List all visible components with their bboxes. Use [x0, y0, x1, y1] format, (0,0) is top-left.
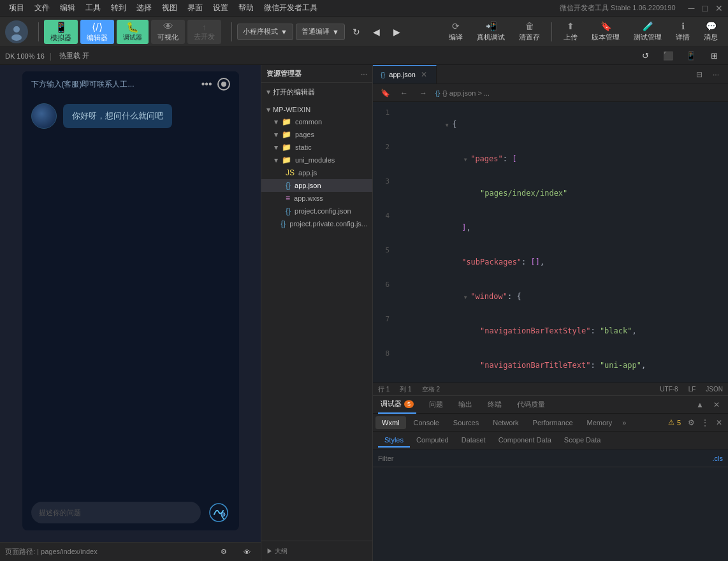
tab-appjson[interactable]: {} app.json ✕	[373, 65, 437, 84]
panel-chevron-up-btn[interactable]: ▲	[694, 398, 706, 411]
compile-btn[interactable]: ⟳ 编译	[444, 20, 468, 44]
menu-project[interactable]: 项目	[5, 1, 28, 15]
mp-weixin-header[interactable]: ▶ MP-WEIXIN	[261, 104, 372, 115]
sub-refresh-btn[interactable]: ↺	[636, 47, 654, 65]
styles-tab-dataset[interactable]: Dataset	[455, 433, 492, 448]
chat-input[interactable]: 描述你的问题	[31, 502, 201, 523]
open-editors-header[interactable]: ▶ 打开的编辑器	[261, 85, 372, 99]
chevron-down-icon-2: ▼	[332, 28, 339, 36]
styles-tab-styles[interactable]: Styles	[378, 433, 410, 448]
file-panel-more-icon[interactable]: ···	[361, 69, 367, 78]
message-btn[interactable]: 💬 消息	[699, 20, 723, 44]
preview-btn[interactable]: 👁 可视化	[151, 20, 185, 44]
nav-back-btn[interactable]: ←	[397, 86, 411, 100]
debug-btn[interactable]: 🐛 调试器	[117, 20, 149, 44]
editor-tab-controls: ⊟ ···	[687, 65, 728, 84]
upload-btn[interactable]: ⬆ 上传	[558, 20, 583, 44]
more-tabs-btn[interactable]: ···	[709, 68, 723, 82]
styles-tab-scope-data[interactable]: Scope Data	[558, 433, 607, 448]
sub-phone-btn[interactable]: 📱	[682, 47, 700, 65]
more-icon[interactable]: •••	[201, 78, 212, 90]
devtools-tab-console[interactable]: Console	[407, 416, 446, 429]
panel-tab-terminal[interactable]: 终端	[485, 396, 504, 414]
test-btn[interactable]: 🧪 测试管理	[629, 20, 667, 44]
devtools-tab-network[interactable]: Network	[486, 416, 525, 429]
devtools-tab-performance[interactable]: Performance	[527, 416, 579, 429]
minimize-btn[interactable]: ─	[688, 3, 695, 13]
back-btn[interactable]: ◀	[368, 23, 386, 41]
editor-content[interactable]: 1 ▼{ 2 ▼"pages": [ 3 "pages/index/index"	[373, 102, 728, 382]
menu-edit[interactable]: 编辑	[56, 1, 79, 15]
file-appjson[interactable]: {} app.json	[261, 179, 372, 192]
menu-file[interactable]: 文件	[31, 1, 54, 15]
styles-tab-component-data[interactable]: Component Data	[492, 433, 558, 448]
file-common[interactable]: ▶ 📁 common	[261, 115, 372, 128]
devtools-more-btn[interactable]: »	[622, 419, 626, 426]
close-btn[interactable]: ✕	[715, 3, 723, 13]
sub-stop-btn[interactable]: ⬛	[659, 47, 677, 65]
real-machine-btn[interactable]: 📲 真机调试	[472, 20, 510, 44]
panel-tab-output[interactable]: 输出	[456, 396, 475, 414]
panel-close-btn[interactable]: ✕	[710, 398, 723, 411]
file-uni-modules[interactable]: ▶ 📁 uni_modules	[261, 154, 372, 166]
simulator-btn[interactable]: 📱 模拟器	[44, 20, 78, 44]
file-project-private[interactable]: {} project.private.config.js...	[261, 217, 372, 230]
toolbar-mode-group: 小程序模式 ▼ 普通编译 ▼ ↻ ◀ ▶	[237, 23, 406, 41]
sim-eye-btn[interactable]: 👁	[238, 543, 256, 561]
code-line-1: 1 ▼{	[373, 107, 728, 142]
menu-select[interactable]: 选择	[133, 1, 156, 15]
devtools-tab-wxml[interactable]: Wxml	[375, 416, 406, 429]
publish-btn[interactable]: ↑ 去开发	[187, 20, 221, 44]
filter-input[interactable]	[378, 455, 713, 462]
file-static[interactable]: ▶ 📁 static	[261, 141, 372, 154]
menu-tools[interactable]: 工具	[82, 1, 105, 15]
code-line-8: 8 "navigationBarTitleText": "uni-app",	[373, 348, 728, 382]
collapse-2[interactable]: ▼	[462, 156, 469, 164]
clear-cache-btn[interactable]: 🗑 清置存	[514, 20, 545, 44]
collapse-6[interactable]: ▼	[462, 294, 469, 302]
menu-interface[interactable]: 界面	[184, 1, 207, 15]
devtools-close-btn[interactable]: ✕	[713, 416, 725, 429]
panel-tab-issues[interactable]: 问题	[426, 396, 446, 414]
editor-btn[interactable]: ⟨/⟩ 编辑器	[80, 20, 114, 44]
menu-help[interactable]: 帮助	[235, 1, 258, 15]
file-outline-label[interactable]: ▶ 大纲	[266, 548, 288, 555]
cls-btn[interactable]: .cls	[713, 455, 724, 462]
mode-dropdown[interactable]: 小程序模式 ▼	[237, 24, 293, 40]
code-line-3: 3 "pages/index/index"	[373, 176, 728, 210]
devtools-tab-memory[interactable]: Memory	[581, 416, 619, 429]
hot-reload-btn[interactable]: 热重载 开	[57, 50, 92, 62]
menu-settings[interactable]: 设置	[209, 1, 232, 15]
menu-view[interactable]: 视图	[158, 1, 181, 15]
code-line-5: 5 "subPackages": [],	[373, 245, 728, 279]
file-appwxss[interactable]: ≡ app.wxss	[261, 192, 372, 205]
forward-btn[interactable]: ▶	[388, 23, 406, 41]
maximize-btn[interactable]: □	[703, 3, 708, 13]
devtools-tab-sources[interactable]: Sources	[447, 416, 485, 429]
compile-dropdown[interactable]: 普通编译 ▼	[296, 24, 345, 40]
details-btn[interactable]: ℹ 详情	[671, 20, 695, 44]
file-pages[interactable]: ▶ 📁 pages	[261, 128, 372, 141]
split-editor-btn[interactable]: ⊟	[692, 68, 706, 82]
version-btn[interactable]: 🔖 版本管理	[586, 20, 625, 44]
sub-view-btn[interactable]: ⊞	[705, 47, 723, 65]
nav-forward-btn[interactable]: →	[416, 86, 430, 100]
refresh-btn[interactable]: ↻	[347, 23, 365, 41]
collapse-1[interactable]: ▼	[443, 122, 451, 129]
menu-goto[interactable]: 转到	[107, 1, 130, 15]
panel-tab-debugger[interactable]: 调试器 5	[378, 396, 416, 414]
bookmark-btn[interactable]: 🔖	[378, 86, 392, 100]
sim-settings-btn[interactable]: ⚙	[215, 543, 233, 561]
devtools-more-options-btn[interactable]: ⋮	[699, 416, 711, 429]
devtools-settings-btn[interactable]: ⚙	[685, 416, 697, 429]
record-btn[interactable]	[217, 78, 230, 91]
styles-tab-computed[interactable]: Computed	[410, 433, 455, 448]
ai-btn[interactable]	[207, 501, 230, 524]
panel-tab-quality[interactable]: 代码质量	[514, 396, 548, 414]
toolbar-sep-3	[551, 22, 552, 41]
editor-panel: {} app.json ✕ ⊟ ··· 🔖 ← → {} {} app.json…	[373, 65, 728, 561]
menu-devtools[interactable]: 微信开发者工具	[260, 1, 321, 15]
file-project-config[interactable]: {} project.config.json	[261, 205, 372, 217]
file-appjs[interactable]: JS app.js	[261, 166, 372, 179]
tab-close-btn[interactable]: ✕	[419, 70, 428, 79]
